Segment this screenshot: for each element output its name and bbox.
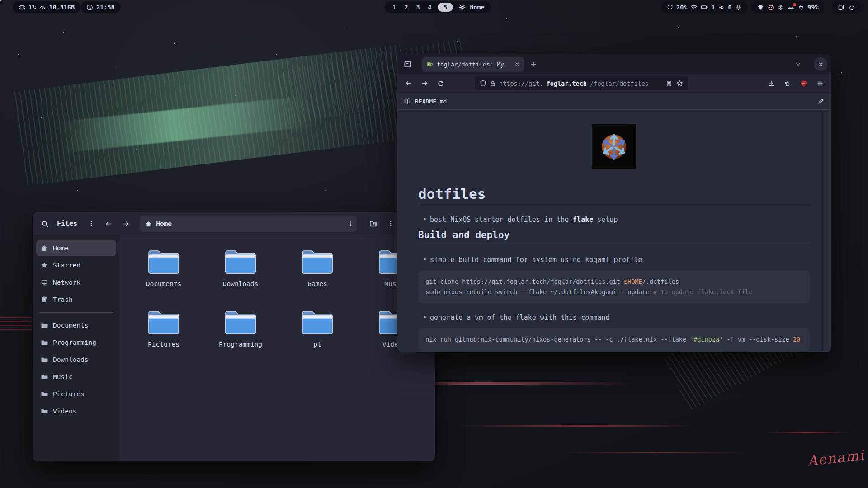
power-icon[interactable] — [849, 4, 855, 11]
folder-item-programming[interactable]: Programming — [219, 310, 262, 370]
sidebar-item-network[interactable]: Network — [36, 274, 116, 291]
folder-item-downloads[interactable]: Downloads — [223, 249, 259, 310]
sidebar-item-music[interactable]: Music — [36, 369, 116, 385]
forward-button[interactable] — [118, 216, 133, 231]
wifi-icon[interactable] — [690, 4, 698, 11]
battery-device-level: 1 — [711, 4, 715, 11]
sidebar-item-trash[interactable]: Trash — [36, 291, 116, 308]
path-bar[interactable]: Home — [140, 216, 357, 232]
big-folder-icon — [223, 310, 258, 338]
extension-button[interactable] — [780, 76, 795, 91]
firefox-view-button[interactable] — [401, 57, 415, 71]
url-domain: foglar.tech — [547, 80, 587, 87]
power-pill — [832, 1, 861, 13]
files-headerbar: Files Home — [33, 212, 435, 235]
folder-item-documents[interactable]: Documents — [146, 249, 182, 310]
workspace-3[interactable]: 3 — [414, 4, 422, 11]
window-close-button[interactable] — [814, 57, 827, 71]
reader-mode-icon[interactable] — [666, 80, 672, 87]
big-folder-icon — [146, 249, 181, 277]
sidebar-item-pictures[interactable]: Pictures — [36, 386, 116, 402]
clipboard-icon[interactable] — [838, 4, 844, 11]
scrollbar[interactable] — [823, 110, 831, 352]
bullet-text: simple build command for system using ko… — [430, 256, 642, 264]
readme-section-title: Build and deploy — [418, 230, 810, 239]
view-options-button[interactable] — [383, 216, 398, 231]
bullet-text: setup — [593, 216, 618, 224]
folder-label: Documents — [146, 280, 182, 287]
cpu-usage: 1% — [28, 4, 36, 11]
app-menu-button[interactable] — [84, 216, 99, 231]
notification-badge — [793, 3, 796, 6]
sidebar-item-home[interactable]: Home — [36, 240, 116, 256]
power-plug-icon — [798, 4, 804, 11]
code-text: nix run github:nix-community/nixos-gener… — [425, 336, 690, 343]
bluetooth-icon[interactable] — [778, 4, 784, 11]
chevron-down-icon — [795, 61, 802, 68]
code-number: 20 — [793, 336, 800, 343]
arrow-right-icon — [421, 80, 429, 87]
list-all-tabs-button[interactable] — [791, 57, 805, 71]
workspace-4[interactable]: 4 — [426, 4, 434, 11]
code-string: '#ginoza' — [690, 336, 723, 343]
workspace-1[interactable]: 1 — [391, 4, 398, 11]
browser-tab-active[interactable]: foglar/dotfiles: My — [422, 57, 524, 72]
url-bar[interactable]: https://git.foglar.tech/foglar/dotfiles — [475, 76, 688, 90]
code-comment: # To update flake.lock file — [653, 288, 752, 296]
sidebar-item-downloads[interactable]: Downloads — [36, 352, 116, 368]
workspace-2[interactable]: 2 — [402, 4, 410, 11]
code-block-vm[interactable]: nix run github:nix-community/nixos-gener… — [418, 328, 810, 351]
folder-item-pt[interactable]: pt — [300, 310, 335, 370]
folder-icon — [41, 339, 48, 346]
menu-button[interactable] — [813, 76, 827, 91]
url-path: /foglar/dotfiles — [590, 80, 649, 87]
folder-label: pt — [313, 341, 321, 348]
reload-icon — [437, 80, 444, 87]
folder-search-button[interactable] — [366, 216, 381, 231]
tray-app-icon[interactable] — [767, 4, 774, 11]
system-tray-pill: 99% — [751, 1, 824, 13]
folder-item-games[interactable]: Games — [300, 249, 335, 310]
search-button[interactable] — [37, 216, 52, 231]
sidebar-item-programming[interactable]: Programming — [36, 334, 116, 351]
path-options-icon[interactable] — [347, 221, 354, 227]
microphone-icon[interactable] — [735, 4, 742, 11]
code-text: /.dotfiles — [642, 278, 679, 285]
shield-icon[interactable] — [480, 80, 486, 87]
gear-icon[interactable] — [459, 4, 466, 11]
book-icon — [404, 98, 411, 105]
volume-level: 0 — [728, 4, 732, 11]
notification-tray-icon[interactable] — [787, 4, 795, 11]
files-grid: Documents Downloads Games Music Pictures… — [120, 235, 435, 461]
downloads-button[interactable] — [764, 76, 778, 91]
nav-forward-button[interactable] — [417, 76, 432, 91]
mode-label: Home — [470, 4, 485, 11]
workspace-5-active[interactable]: 5 — [438, 3, 453, 12]
sidebar-item-starred[interactable]: Starred — [36, 257, 116, 273]
status-pill-left: 20% 1 0 — [661, 1, 748, 13]
speaker-icon[interactable] — [718, 4, 725, 11]
sidebar-item-documents[interactable]: Documents — [36, 317, 116, 333]
sidebar-label: Starred — [53, 262, 80, 269]
code-block-build[interactable]: git clone https://git.foglar.tech/foglar… — [418, 271, 810, 303]
folder-label: Games — [307, 280, 327, 287]
lock-icon[interactable] — [490, 80, 496, 87]
ublock-button[interactable]: uB — [797, 76, 811, 91]
tab-close-icon[interactable] — [514, 61, 520, 67]
battery-device-icon[interactable] — [701, 4, 708, 11]
readme-content: dotfiles best NixOS starter dotfiles in … — [397, 110, 823, 352]
new-tab-button[interactable] — [527, 57, 540, 71]
edit-pencil-icon[interactable] — [817, 98, 825, 105]
cpu-icon — [19, 4, 25, 11]
nav-back-button[interactable] — [401, 76, 415, 91]
plus-icon — [530, 61, 537, 68]
network-tray-icon[interactable] — [757, 4, 764, 11]
bullet-bold-text: flake — [573, 216, 593, 224]
sidebar-item-videos[interactable]: Videos — [36, 403, 116, 419]
back-button[interactable] — [101, 216, 116, 231]
readme-bullet: simple build command for system using ko… — [418, 255, 810, 264]
reload-button[interactable] — [434, 76, 448, 91]
files-window: Files Home Home Starred Network Trash Do… — [32, 212, 435, 462]
bookmark-star-icon[interactable] — [676, 80, 683, 87]
folder-item-pictures[interactable]: Pictures — [146, 310, 181, 370]
